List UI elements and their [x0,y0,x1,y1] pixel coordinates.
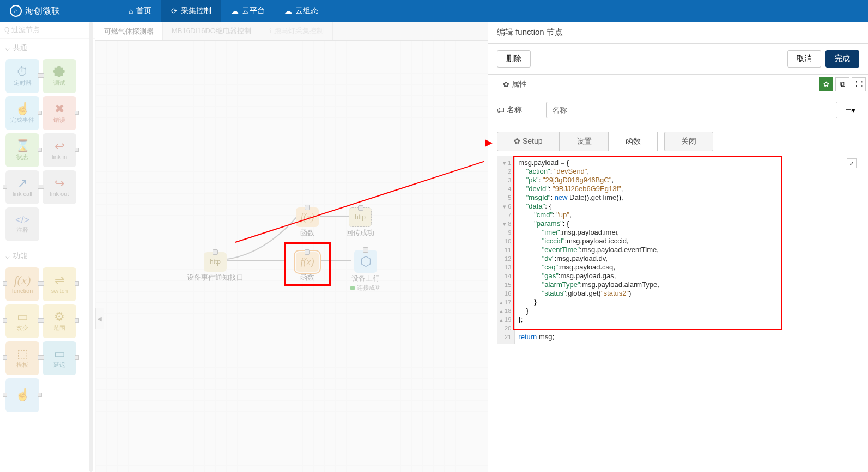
annotation-highlight-node [284,242,331,286]
brand: ⌂ 海创微联 [0,5,70,17]
tab-properties[interactable]: ✿属性 [495,75,535,94]
left-pane: Q 过滤节点 ⌵ 共通 ⏱定时器 ⯄调试 ☝完成事件 ✖错误 ⌛状态 ↩link… [0,22,488,472]
pal-debug[interactable]: ⯄调试 [43,59,76,93]
change-icon: ▭ [17,311,28,323]
name-input[interactable] [546,102,837,118]
hourglass-icon: ⌛ [15,140,30,152]
subtab-function[interactable]: 函数 [609,132,658,151]
copy-icon: ⧉ [840,80,845,89]
palette-section-common[interactable]: ⌵ 共通 [0,39,95,57]
broadcast-icon: ⟟ [269,27,272,35]
subtab-close[interactable]: 关闭 [664,132,713,151]
pal-function[interactable]: f(x)function [5,267,39,301]
flow-tabs: 可燃气体探测器 MB16DI16DO继电器控制 ⟟ 跑马灯采集控制 [95,22,488,41]
template-icon: ⬚ [17,348,28,360]
node-palette[interactable]: Q 过滤节点 ⌵ 共通 ⏱定时器 ⯄调试 ☝完成事件 ✖错误 ⌛状态 ↩link… [0,22,95,472]
chevron-down-icon: ⌵ [5,252,10,260]
search-icon: Q [4,26,9,34]
code-icon: </> [15,215,29,225]
cloud-icon: ☁ [231,7,239,15]
main: Q 过滤节点 ⌵ 共通 ⏱定时器 ⯄调试 ☝完成事件 ✖错误 ⌛状态 ↩link… [0,22,868,472]
pal-error[interactable]: ✖错误 [43,96,76,130]
nav-cloud-config[interactable]: ☁云组态 [275,0,328,22]
book-icon: ▭ [845,106,852,114]
type-menu-button[interactable]: ▭ ▾ [843,103,857,117]
gear-icon: ✿ [823,80,829,88]
linkin-icon: ↩ [54,140,64,152]
nav-home[interactable]: ⌂首页 [119,0,161,22]
fx-icon: f(x) [14,274,31,286]
pal-linkout[interactable]: ↪link out [43,170,76,204]
pal-linkcall[interactable]: ↗link call [5,170,39,204]
editor-pane: 编辑 function 节点 删除 取消 完成 ✿属性 ✿ ⧉ ⛶ 🏷名称 ▭ … [488,22,868,472]
palette-grid-common: ⏱定时器 ⯄调试 ☝完成事件 ✖错误 ⌛状态 ↩link in ↗link ca… [0,57,95,247]
pal-status[interactable]: ⌛状态 [5,133,39,167]
node-device-up[interactable]: ⬡ 设备上行 连接成功 [350,250,381,292]
pal-switch[interactable]: ⇌switch [43,267,76,301]
fx-icon: f(x) [296,207,319,227]
switch-icon: ⇌ [54,274,64,286]
palette-filter[interactable]: Q 过滤节点 [0,22,95,39]
tag-icon: 🏷 [497,106,505,114]
code-expand-button[interactable]: ⤢ [847,158,857,168]
timer-icon: ⏱ [16,66,28,78]
status-dot-icon [350,286,355,290]
cancel-button[interactable]: 取消 [787,50,821,68]
refresh-icon: ⟳ [171,7,178,15]
http-icon: http [204,252,227,272]
flow-canvas[interactable]: ◀ http 设备事件通知接口 f(x) 函数 [95,41,488,472]
copy-button[interactable]: ⧉ [835,77,849,91]
pal-range[interactable]: ⚙范围 [43,304,76,338]
palette-section-function[interactable]: ⌵ 功能 [0,247,95,265]
bug-icon: ⯄ [53,66,65,78]
name-label: 🏷名称 [497,105,541,115]
code-editor[interactable]: ▾ 12345▾ 67▾ 8910111213141516▴ 17▴ 18▴ 1… [497,156,859,344]
topnav-items: ⌂首页 ⟳采集控制 ☁云平台 ☁云组态 [119,0,328,22]
nav-cloud-platform[interactable]: ☁云平台 [221,0,275,22]
home-icon: ⌂ [129,7,133,15]
tab-relay-control[interactable]: MB16DI16DO继电器控制 [163,22,260,40]
gear-icon: ✿ [503,80,509,89]
pal-timer[interactable]: ⏱定时器 [5,59,39,93]
pal-comment[interactable]: </>注释 [5,207,39,241]
done-button[interactable]: 完成 [825,50,859,68]
upload-icon: ⬡ [354,250,377,273]
delay-icon: ▭ [54,348,65,360]
annotation-highlight-code [513,156,782,330]
name-form-row: 🏷名称 ▭ ▾ [488,94,868,126]
node-http-in[interactable]: http 设备事件通知接口 [183,252,248,283]
editor-tabs: ✿属性 ✿ ⧉ ⛶ [488,75,868,94]
chevron-down-icon: ⌵ [5,44,10,52]
pal-change[interactable]: ▭改变 [5,304,39,338]
pal-linkin[interactable]: ↩link in [43,133,76,167]
linkcall-icon: ↗ [17,177,27,189]
cloud-icon: ☁ [284,7,292,15]
pal-complete[interactable]: ☝完成事件 [5,96,39,130]
delete-button[interactable]: 删除 [497,50,531,68]
node-http-out[interactable]: http 回传成功 [346,207,374,238]
palette-grid-function: f(x)function ⇌switch ▭改变 ⚙范围 ⬚模板 ▭延迟 ☝ [0,265,95,418]
tab-marquee[interactable]: ⟟ 跑马灯采集控制 [260,22,333,40]
subtab-settings[interactable]: 设置 [560,132,609,151]
nav-collect[interactable]: ⟳采集控制 [161,0,221,22]
subtab-setup[interactable]: ✿Setup [497,132,560,151]
node-status: 连接成功 [350,284,381,292]
tab-gas-detector[interactable]: 可燃气体探测器 [95,22,163,40]
error-icon: ✖ [54,103,64,115]
gear-icon: ⚙ [54,311,65,323]
filter-placeholder: 过滤节点 [11,25,40,35]
annotation-arrow-head [485,139,493,147]
touch-icon: ☝ [15,389,30,401]
brand-icon: ⌂ [10,5,22,17]
pal-extra[interactable]: ☝ [5,378,39,412]
workspace: 可燃气体探测器 MB16DI16DO继电器控制 ⟟ 跑马灯采集控制 ◀ http… [95,22,488,472]
top-nav: ⌂ 海创微联 ⌂首页 ⟳采集控制 ☁云平台 ☁云组态 [0,0,868,22]
palette-collapse-btn[interactable]: ◀ [95,308,104,329]
pal-template[interactable]: ⬚模板 [5,341,39,375]
http-icon: http [349,207,372,227]
env-button[interactable]: ✿ [819,77,833,91]
node-fx1[interactable]: f(x) 函数 [296,207,319,238]
expand-button[interactable]: ⛶ [852,77,866,91]
pal-delay[interactable]: ▭延迟 [43,341,76,375]
editor-title: 编辑 function 节点 [488,22,868,44]
